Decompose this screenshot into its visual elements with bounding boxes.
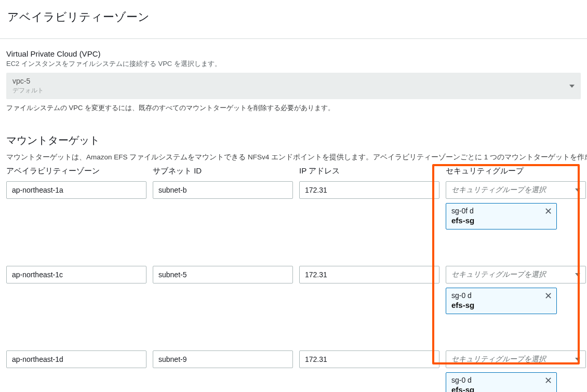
vpc-default-label: デフォルト bbox=[12, 86, 44, 95]
mount-heading: マウントターゲット bbox=[0, 133, 587, 147]
sg-placeholder: セキュリティグループを選択 bbox=[451, 185, 546, 195]
vpc-dropdown[interactable]: vpc-5 デフォルト bbox=[6, 73, 581, 99]
sg-token: sg-0 d efs-sg ✕ bbox=[446, 372, 557, 392]
vpc-label: Virtual Private Cloud (VPC) bbox=[6, 49, 581, 58]
caret-down-icon bbox=[575, 358, 580, 361]
col-subnet: サブネット ID bbox=[153, 166, 293, 176]
sg-token: sg-0f d efs-sg ✕ bbox=[446, 203, 557, 229]
close-icon[interactable]: ✕ bbox=[544, 207, 552, 216]
caret-down-icon bbox=[575, 273, 580, 276]
sg-placeholder: セキュリティグループを選択 bbox=[451, 270, 546, 279]
subnet-input[interactable]: subnet-5 bbox=[153, 266, 293, 283]
az-input[interactable]: ap-northeast-1c bbox=[6, 266, 146, 283]
mount-target-grid: アベイラビリティーゾーン サブネット ID IP アドレス セキュリティグループ… bbox=[0, 166, 587, 392]
ip-input[interactable]: 172.31 bbox=[299, 181, 439, 199]
sg-name: efs-sg bbox=[451, 216, 551, 225]
close-icon[interactable]: ✕ bbox=[544, 376, 552, 385]
sg-name: efs-sg bbox=[451, 301, 551, 309]
col-az: アベイラビリティーゾーン bbox=[6, 166, 146, 176]
sg-id: sg-0 d bbox=[451, 376, 551, 384]
table-row: ap-northeast-1a subnet-b 172.31 セキュリティグル… bbox=[6, 181, 581, 229]
vpc-note: ファイルシステムの VPC を変更するには、既存のすべてのマウントターゲットを削… bbox=[6, 103, 581, 113]
subnet-input[interactable]: subnet-9 bbox=[153, 350, 293, 368]
caret-down-icon bbox=[575, 188, 580, 192]
sg-dropdown[interactable]: セキュリティグループを選択 bbox=[446, 266, 586, 283]
table-row: ap-northeast-1d subnet-9 172.31 セキュリティグル… bbox=[6, 350, 581, 392]
table-row: ap-northeast-1c subnet-5 172.31 セキュリティグル… bbox=[6, 266, 581, 314]
sg-name: efs-sg bbox=[451, 385, 551, 392]
sg-cell: セキュリティグループを選択 sg-0 d efs-sg ✕ bbox=[446, 350, 586, 392]
sg-id: sg-0 d bbox=[451, 291, 551, 300]
ip-input[interactable]: 172.31 bbox=[299, 266, 439, 283]
sg-cell: セキュリティグループを選択 sg-0f d efs-sg ✕ bbox=[446, 181, 586, 229]
mount-desc: マウントターゲットは、Amazon EFS ファイルシステムをマウントできる N… bbox=[0, 153, 587, 162]
az-input[interactable]: ap-northeast-1d bbox=[6, 350, 146, 368]
col-sg: セキュリティグループ bbox=[446, 166, 586, 176]
grid-headers: アベイラビリティーゾーン サブネット ID IP アドレス セキュリティグループ bbox=[6, 166, 581, 176]
sg-placeholder: セキュリティグループを選択 bbox=[451, 355, 546, 364]
az-input[interactable]: ap-northeast-1a bbox=[6, 181, 146, 199]
ip-input[interactable]: 172.31 bbox=[299, 350, 439, 368]
subnet-input[interactable]: subnet-b bbox=[153, 181, 293, 199]
page-header: アベイラビリティーゾーン bbox=[0, 0, 587, 39]
caret-down-icon bbox=[569, 85, 575, 88]
vpc-section: Virtual Private Cloud (VPC) EC2 インスタンスをフ… bbox=[0, 39, 587, 118]
sg-dropdown[interactable]: セキュリティグループを選択 bbox=[446, 181, 586, 199]
close-icon[interactable]: ✕ bbox=[544, 291, 552, 301]
sg-dropdown[interactable]: セキュリティグループを選択 bbox=[446, 350, 586, 368]
page-title: アベイラビリティーゾーン bbox=[7, 9, 580, 25]
sg-id: sg-0f d bbox=[451, 207, 551, 215]
vpc-selected-id: vpc-5 bbox=[12, 77, 44, 85]
sg-token: sg-0 d efs-sg ✕ bbox=[446, 288, 557, 314]
sg-cell: セキュリティグループを選択 sg-0 d efs-sg ✕ bbox=[446, 266, 586, 314]
col-ip: IP アドレス bbox=[299, 166, 439, 176]
vpc-desc: EC2 インスタンスをファイルシステムに接続する VPC を選択します。 bbox=[6, 59, 581, 69]
